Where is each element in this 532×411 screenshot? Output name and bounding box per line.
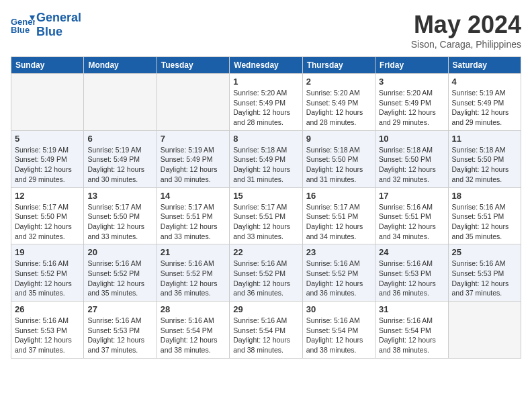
logo-icon: General Blue <box>11 13 35 37</box>
logo: General Blue GeneralBlue <box>11 11 81 39</box>
day-info: Sunrise: 5:20 AMSunset: 5:49 PMDaylight:… <box>306 88 371 128</box>
day-number: 16 <box>306 191 371 201</box>
page-header: General Blue GeneralBlue May 2024 Sison,… <box>11 11 521 50</box>
title-block: May 2024 Sison, Caraga, Philippines <box>411 11 521 50</box>
day-info: Sunrise: 5:16 AMSunset: 5:53 PMDaylight:… <box>87 316 152 355</box>
calendar-day-cell: 21Sunrise: 5:16 AMSunset: 5:52 PMDayligh… <box>157 244 229 302</box>
day-info: Sunrise: 5:16 AMSunset: 5:52 PMDaylight:… <box>161 259 226 298</box>
weekday-header: Saturday <box>448 57 521 74</box>
day-number: 20 <box>87 247 152 257</box>
day-info: Sunrise: 5:19 AMSunset: 5:49 PMDaylight:… <box>15 145 80 185</box>
day-number: 21 <box>161 247 226 257</box>
day-number: 22 <box>233 247 298 257</box>
calendar-day-cell <box>157 74 229 131</box>
calendar-day-cell: 30Sunrise: 5:16 AMSunset: 5:54 PMDayligh… <box>302 302 375 359</box>
calendar-week-row: 12Sunrise: 5:17 AMSunset: 5:50 PMDayligh… <box>11 187 521 244</box>
day-info: Sunrise: 5:19 AMSunset: 5:49 PMDaylight:… <box>452 88 517 128</box>
day-number: 30 <box>306 304 371 314</box>
calendar-week-row: 5Sunrise: 5:19 AMSunset: 5:49 PMDaylight… <box>11 130 521 187</box>
calendar-week-row: 19Sunrise: 5:16 AMSunset: 5:52 PMDayligh… <box>11 244 521 302</box>
calendar-day-cell: 15Sunrise: 5:17 AMSunset: 5:51 PMDayligh… <box>230 187 302 244</box>
day-info: Sunrise: 5:16 AMSunset: 5:52 PMDaylight:… <box>87 259 152 298</box>
weekday-header: Sunday <box>11 57 84 74</box>
day-number: 24 <box>379 247 444 257</box>
day-info: Sunrise: 5:18 AMSunset: 5:49 PMDaylight:… <box>233 145 298 185</box>
calendar-day-cell: 17Sunrise: 5:16 AMSunset: 5:51 PMDayligh… <box>375 187 448 244</box>
day-number: 12 <box>15 191 80 201</box>
calendar-day-cell: 8Sunrise: 5:18 AMSunset: 5:49 PMDaylight… <box>230 130 302 187</box>
day-number: 28 <box>161 304 226 314</box>
day-info: Sunrise: 5:18 AMSunset: 5:50 PMDaylight:… <box>306 145 371 185</box>
day-info: Sunrise: 5:19 AMSunset: 5:49 PMDaylight:… <box>161 145 226 185</box>
day-number: 17 <box>379 191 444 201</box>
calendar-day-cell <box>84 74 157 131</box>
calendar-day-cell: 27Sunrise: 5:16 AMSunset: 5:53 PMDayligh… <box>84 302 157 359</box>
day-number: 6 <box>87 134 152 144</box>
day-number: 13 <box>87 191 152 201</box>
calendar-day-cell: 5Sunrise: 5:19 AMSunset: 5:49 PMDaylight… <box>11 130 84 187</box>
day-info: Sunrise: 5:17 AMSunset: 5:50 PMDaylight:… <box>87 202 152 242</box>
calendar-day-cell: 26Sunrise: 5:16 AMSunset: 5:53 PMDayligh… <box>11 302 84 359</box>
day-number: 10 <box>379 134 444 144</box>
day-info: Sunrise: 5:16 AMSunset: 5:52 PMDaylight:… <box>306 259 371 298</box>
day-info: Sunrise: 5:16 AMSunset: 5:51 PMDaylight:… <box>452 202 517 242</box>
day-info: Sunrise: 5:18 AMSunset: 5:50 PMDaylight:… <box>452 145 517 185</box>
day-info: Sunrise: 5:16 AMSunset: 5:54 PMDaylight:… <box>233 316 298 355</box>
calendar-day-cell: 24Sunrise: 5:16 AMSunset: 5:53 PMDayligh… <box>375 244 448 302</box>
day-number: 9 <box>306 134 371 144</box>
calendar-day-cell: 2Sunrise: 5:20 AMSunset: 5:49 PMDaylight… <box>302 74 375 131</box>
day-number: 27 <box>87 304 152 314</box>
day-info: Sunrise: 5:19 AMSunset: 5:49 PMDaylight:… <box>87 145 152 185</box>
day-number: 14 <box>161 191 226 201</box>
day-number: 7 <box>161 134 226 144</box>
day-number: 29 <box>233 304 298 314</box>
day-info: Sunrise: 5:16 AMSunset: 5:53 PMDaylight:… <box>379 259 444 298</box>
calendar-week-row: 1Sunrise: 5:20 AMSunset: 5:49 PMDaylight… <box>11 74 521 131</box>
calendar-day-cell <box>11 74 84 131</box>
calendar-day-cell: 16Sunrise: 5:17 AMSunset: 5:51 PMDayligh… <box>302 187 375 244</box>
day-info: Sunrise: 5:16 AMSunset: 5:52 PMDaylight:… <box>233 259 298 298</box>
calendar-day-cell: 9Sunrise: 5:18 AMSunset: 5:50 PMDaylight… <box>302 130 375 187</box>
calendar-day-cell: 20Sunrise: 5:16 AMSunset: 5:52 PMDayligh… <box>84 244 157 302</box>
day-number: 1 <box>233 77 298 87</box>
weekday-header: Tuesday <box>157 57 229 74</box>
calendar-day-cell: 10Sunrise: 5:18 AMSunset: 5:50 PMDayligh… <box>375 130 448 187</box>
day-number: 15 <box>233 191 298 201</box>
day-info: Sunrise: 5:16 AMSunset: 5:52 PMDaylight:… <box>15 259 80 298</box>
calendar-day-cell: 6Sunrise: 5:19 AMSunset: 5:49 PMDaylight… <box>84 130 157 187</box>
calendar-day-cell: 25Sunrise: 5:16 AMSunset: 5:53 PMDayligh… <box>448 244 521 302</box>
location: Sison, Caraga, Philippines <box>411 39 521 50</box>
calendar-day-cell: 18Sunrise: 5:16 AMSunset: 5:51 PMDayligh… <box>448 187 521 244</box>
day-info: Sunrise: 5:18 AMSunset: 5:50 PMDaylight:… <box>379 145 444 185</box>
day-number: 18 <box>452 191 517 201</box>
weekday-header: Thursday <box>302 57 375 74</box>
day-info: Sunrise: 5:17 AMSunset: 5:51 PMDaylight:… <box>233 202 298 242</box>
day-info: Sunrise: 5:16 AMSunset: 5:54 PMDaylight:… <box>161 316 226 355</box>
day-info: Sunrise: 5:17 AMSunset: 5:51 PMDaylight:… <box>161 202 226 242</box>
day-number: 19 <box>15 247 80 257</box>
calendar-table: SundayMondayTuesdayWednesdayThursdayFrid… <box>11 56 521 359</box>
calendar-day-cell: 12Sunrise: 5:17 AMSunset: 5:50 PMDayligh… <box>11 187 84 244</box>
day-info: Sunrise: 5:20 AMSunset: 5:49 PMDaylight:… <box>233 88 298 128</box>
logo-name: GeneralBlue <box>36 11 81 39</box>
day-number: 25 <box>452 247 517 257</box>
day-info: Sunrise: 5:17 AMSunset: 5:50 PMDaylight:… <box>15 202 80 242</box>
calendar-day-cell: 22Sunrise: 5:16 AMSunset: 5:52 PMDayligh… <box>230 244 302 302</box>
calendar-day-cell: 13Sunrise: 5:17 AMSunset: 5:50 PMDayligh… <box>84 187 157 244</box>
calendar-day-cell: 11Sunrise: 5:18 AMSunset: 5:50 PMDayligh… <box>448 130 521 187</box>
calendar-day-cell <box>448 302 521 359</box>
day-number: 3 <box>379 77 444 87</box>
month-title: May 2024 <box>411 11 521 39</box>
day-number: 11 <box>452 134 517 144</box>
day-number: 4 <box>452 77 517 87</box>
calendar-day-cell: 4Sunrise: 5:19 AMSunset: 5:49 PMDaylight… <box>448 74 521 131</box>
calendar-day-cell: 7Sunrise: 5:19 AMSunset: 5:49 PMDaylight… <box>157 130 229 187</box>
calendar-week-row: 26Sunrise: 5:16 AMSunset: 5:53 PMDayligh… <box>11 302 521 359</box>
day-info: Sunrise: 5:16 AMSunset: 5:51 PMDaylight:… <box>379 202 444 242</box>
calendar-day-cell: 14Sunrise: 5:17 AMSunset: 5:51 PMDayligh… <box>157 187 229 244</box>
calendar-day-cell: 31Sunrise: 5:16 AMSunset: 5:54 PMDayligh… <box>375 302 448 359</box>
day-info: Sunrise: 5:16 AMSunset: 5:54 PMDaylight:… <box>379 316 444 355</box>
day-info: Sunrise: 5:17 AMSunset: 5:51 PMDaylight:… <box>306 202 371 242</box>
day-number: 8 <box>233 134 298 144</box>
calendar-day-cell: 1Sunrise: 5:20 AMSunset: 5:49 PMDaylight… <box>230 74 302 131</box>
